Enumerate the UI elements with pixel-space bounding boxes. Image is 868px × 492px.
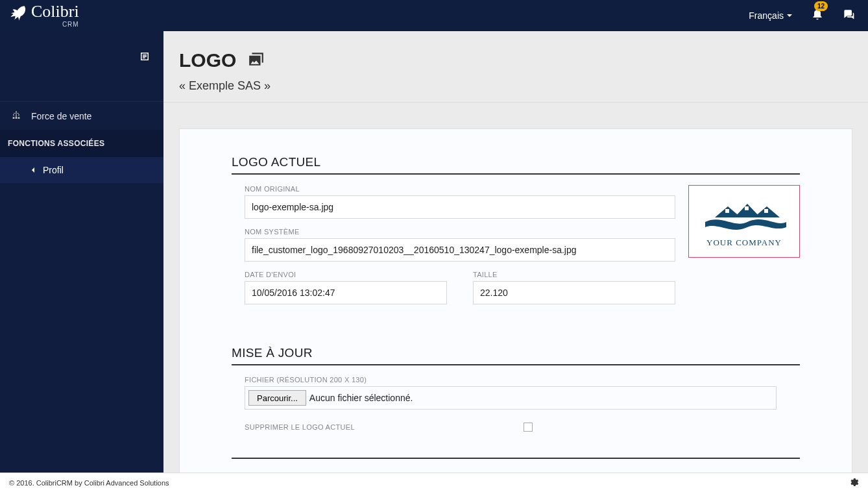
contact-card-icon[interactable] [139,51,151,64]
main-content: LOGO « Exemple SAS » LOGO ACTUEL NOM ORI… [163,31,868,473]
value-nom-systeme: file_customer_logo_19680927010203__20160… [245,238,675,262]
label-nom-systeme: NOM SYSTÈME [245,228,675,236]
brand-sub: CRM [31,21,79,28]
brand-name: Colibri [31,3,79,20]
brand[interactable]: Colibri CRM [5,3,79,28]
page-subtitle: « Exemple SAS » [179,79,852,93]
sitemap-icon [10,110,22,122]
svg-rect-2 [764,209,768,213]
top-navbar: Colibri CRM Français 12 [0,0,868,31]
logo-preview-text: YOUR COMPANY [706,238,782,248]
navbar-right: Français 12 [749,8,855,23]
sidebar-sub-profil[interactable]: Profil [0,157,163,183]
sidebar-item-label: Force de vente [31,111,91,121]
chevron-left-icon [30,165,36,175]
notifications-badge: 12 [814,1,828,11]
page-title: LOGO [179,49,236,71]
notifications-button[interactable]: 12 [811,8,824,23]
checkbox-supprimer-logo[interactable] [524,423,533,432]
sidebar-item-force-de-vente[interactable]: Force de vente [0,101,163,130]
section-mise-a-jour-title: MISE À JOUR [232,346,800,365]
logo-preview: YOUR COMPANY [688,185,800,258]
label-taille: TAILLE [473,271,675,278]
svg-rect-1 [745,206,749,210]
value-date-envoi: 10/05/2016 13:02:47 [245,281,447,304]
sidebar: Force de vente FONCTIONS ASSOCIÉES Profi… [0,31,163,473]
value-nom-original: logo-exemple-sa.jpg [245,195,675,219]
sidebar-top [0,31,163,101]
page-header: LOGO « Exemple SAS » [163,31,868,103]
section-logo-actuel-title: LOGO ACTUEL [232,155,800,175]
label-nom-original: NOM ORIGINAL [245,185,675,193]
gear-icon [849,481,859,489]
footer: © 2016. ColibriCRM by Colibri Advanced S… [0,473,868,492]
chevron-down-icon [786,10,793,21]
colibri-icon [5,3,27,28]
label-fichier: FICHIER (RÉSOLUTION 200 X 130) [245,376,777,384]
sidebar-section-title: FONCTIONS ASSOCIÉES [0,130,163,157]
settings-button[interactable] [849,477,859,489]
image-icon [248,49,265,71]
file-status-text: Aucun fichier sélectionné. [309,387,776,409]
label-date-envoi: DATE D'ENVOI [245,271,447,278]
language-label: Français [749,10,784,21]
language-selector[interactable]: Français [749,10,793,21]
sidebar-sub-label: Profil [43,165,64,175]
page-title-row: LOGO [179,49,852,71]
content-card: LOGO ACTUEL NOM ORIGINAL logo-exemple-sa… [179,129,852,473]
svg-rect-0 [725,209,729,213]
bottom-divider [232,458,800,459]
chat-button[interactable] [842,8,855,23]
file-input-row: Parcourir... Aucun fichier sélectionné. [245,386,777,410]
footer-text: © 2016. ColibriCRM by Colibri Advanced S… [9,479,169,487]
browse-button[interactable]: Parcourir... [248,390,306,406]
label-supprimer-logo: SUPPRIMER LE LOGO ACTUEL [245,423,504,431]
value-taille: 22.120 [473,281,675,304]
